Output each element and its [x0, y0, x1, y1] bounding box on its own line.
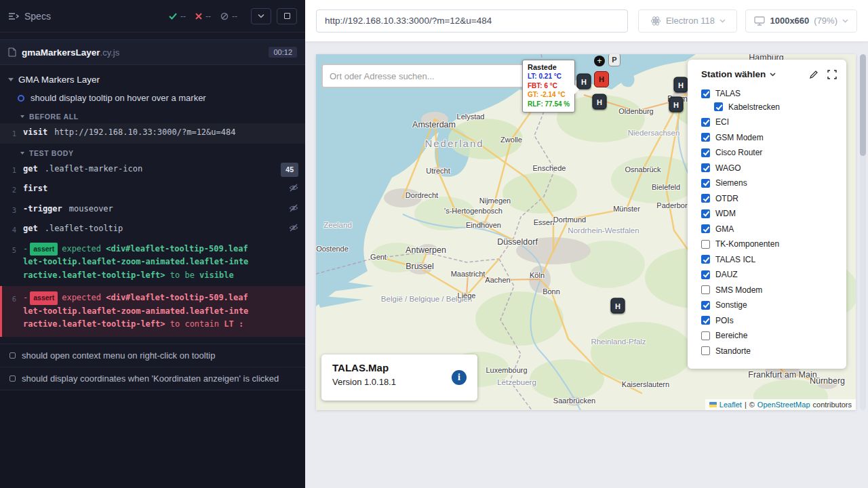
spec-duration-badge: 00:12: [269, 47, 297, 58]
search-input[interactable]: [321, 64, 533, 88]
checkbox-icon: [701, 331, 710, 340]
layer-checkbox-item[interactable]: GSM Modem: [701, 132, 837, 143]
layer-checkbox-item[interactable]: Cisco Router: [701, 147, 837, 158]
marker-tooltip[interactable]: Rastede LT: 0.21 °C FBT: 6 °C GT: -2.14 …: [522, 60, 575, 113]
browser-selector[interactable]: Electron 118: [638, 9, 737, 33]
assert-passed-row[interactable]: 5 -assertexpected <div#leaflet-tooltip-5…: [0, 240, 305, 285]
layer-checkbox-item[interactable]: WAGO: [701, 163, 837, 174]
checkbox-icon: [714, 102, 723, 111]
layer-label: Cisco Router: [715, 148, 762, 157]
specs-list-icon[interactable]: [8, 12, 19, 21]
map-marker[interactable]: H: [594, 71, 609, 87]
suite-row[interactable]: GMA Markers Layer: [0, 70, 305, 89]
command-row-visit[interactable]: 1 visithttp://192.168.10.33:3000/?m=12&u…: [0, 123, 305, 144]
map-marker[interactable]: H: [593, 94, 607, 110]
viewport-selector[interactable]: 1000x660 (79%): [745, 9, 857, 33]
x-icon: [195, 13, 202, 20]
marker-glyph: +: [597, 56, 601, 66]
command-args: .leaflet-marker-icon: [45, 164, 143, 174]
layer-checkbox-item[interactable]: TK-Komponenten: [701, 239, 837, 249]
layer-checkbox-item[interactable]: DAUZ: [701, 269, 837, 280]
layer-checkbox-item[interactable]: TALAS: [701, 88, 837, 99]
check-icon: [169, 13, 177, 20]
app-canvas: Amsterdam Lelystad Nederland Utrecht Zwo…: [305, 42, 868, 488]
checkbox-icon: [701, 240, 710, 249]
version-card: TALAS.Map Version 1.0.18.1: [321, 354, 477, 401]
info-icon[interactable]: [452, 370, 467, 385]
osm-link[interactable]: OpenStreetMap: [757, 401, 810, 409]
spec-file-row[interactable]: gmaMarkersLayer.cy.js 00:12: [0, 39, 305, 65]
reporter-header: Specs -- -- --: [0, 0, 305, 33]
test-tree: GMA Markers Layer should display tooltip…: [0, 65, 305, 390]
marker-glyph: H: [615, 302, 620, 310]
active-test-row[interactable]: should display tooltip on hover over a m…: [0, 89, 305, 107]
url-bar[interactable]: http://192.168.10.33:3000/?m=12&u=484: [316, 9, 628, 33]
checkbox-icon: [701, 179, 710, 188]
tooltip-title: Rastede: [528, 63, 570, 71]
layer-checkbox-item[interactable]: WDM: [701, 208, 837, 219]
reporter-empty-area: [0, 390, 305, 488]
layer-checkbox-item[interactable]: TALAS ICL: [701, 254, 837, 265]
leaflet-link[interactable]: Leaflet: [719, 401, 742, 409]
pending-test-row[interactable]: should open context menu on right-click …: [0, 344, 305, 367]
command-method: get: [23, 164, 38, 174]
layer-checkbox-item[interactable]: Bereiche: [701, 330, 837, 341]
layer-checkbox-item[interactable]: ECI: [701, 117, 837, 127]
layer-checkbox-item[interactable]: Kabelstrecken: [714, 102, 837, 113]
layer-checkbox-item[interactable]: Sonstige: [701, 300, 837, 310]
layer-label: TALAS: [715, 89, 741, 98]
checkbox-icon: [701, 133, 710, 142]
command-method: get: [23, 224, 38, 233]
collapse-caret-icon: [8, 78, 14, 81]
tooltip-value: RLF: 77.54 %: [528, 100, 570, 109]
before-all-section[interactable]: BEFORE ALL: [0, 107, 305, 123]
command-args: http://192.168.10.33:3000/?m=12&u=484: [54, 127, 235, 137]
stop-button[interactable]: [277, 8, 297, 24]
assert-failed-row[interactable]: 6 -assertexpected <div#leaflet-tooltip-5…: [0, 286, 305, 337]
expand-fullscreen-icon[interactable]: [827, 70, 837, 79]
map-marker[interactable]: H: [611, 298, 625, 314]
layer-checkbox-item[interactable]: SMS Modem: [701, 285, 837, 296]
checkbox-icon: [701, 224, 710, 233]
panel-title: Station wählen: [701, 69, 766, 79]
ukraine-flag-icon: [709, 402, 717, 407]
test-title: should display tooltip on hover over a m…: [31, 93, 206, 103]
specs-title: Specs: [24, 11, 51, 22]
layer-checkbox-item[interactable]: GMA: [701, 224, 837, 235]
command-args: .leaflet-tooltip: [45, 224, 123, 233]
command-row-first[interactable]: 2 first: [0, 180, 305, 200]
test-stats: -- -- --: [169, 12, 237, 21]
map-marker[interactable]: H: [669, 97, 684, 113]
tooltip-value: FBT: 6 °C: [528, 81, 570, 91]
pending-test-row[interactable]: should display coordinates when 'Koordin…: [0, 367, 305, 390]
map-marker[interactable]: H: [674, 77, 688, 93]
running-test-icon: [18, 95, 24, 102]
pending-tests: should open context menu on right-click …: [0, 344, 305, 390]
map-marker[interactable]: P: [608, 54, 620, 66]
layer-checkbox-item[interactable]: Standorte: [701, 346, 837, 357]
test-body-section[interactable]: TEST BODY: [0, 144, 305, 160]
map-marker[interactable]: +: [594, 56, 605, 66]
command-row-get-marker[interactable]: 1 get.leaflet-marker-icon 45: [0, 160, 305, 180]
collapse-button[interactable]: [251, 8, 271, 24]
marker-glyph: H: [678, 81, 684, 89]
viewport-size: 1000x660: [770, 16, 809, 26]
edit-pencil-icon[interactable]: [809, 70, 818, 79]
scrollbar-thumb[interactable]: [860, 54, 866, 156]
command-method: -trigger: [23, 204, 62, 214]
checkbox-icon: [701, 163, 710, 172]
command-row-trigger[interactable]: 3 -triggermouseover: [0, 200, 305, 220]
command-method: first: [23, 184, 47, 193]
chevron-down-icon[interactable]: [770, 73, 776, 77]
layer-label: Kabelstrecken: [728, 102, 780, 112]
app-title: TALAS.Map: [332, 362, 467, 373]
pending-count: --: [220, 12, 237, 21]
layer-label: Sonstige: [715, 300, 747, 310]
layer-checkbox-item[interactable]: POIs: [701, 315, 837, 326]
layer-checkbox-item[interactable]: OTDR: [701, 193, 837, 204]
layer-label: GSM Modem: [715, 133, 764, 142]
layer-label: WDM: [715, 209, 736, 218]
layer-checkbox-item[interactable]: Siemens: [701, 178, 837, 188]
leaflet-map[interactable]: Amsterdam Lelystad Nederland Utrecht Zwo…: [316, 54, 856, 410]
command-row-get-tooltip[interactable]: 4 get.leaflet-tooltip: [0, 220, 305, 240]
